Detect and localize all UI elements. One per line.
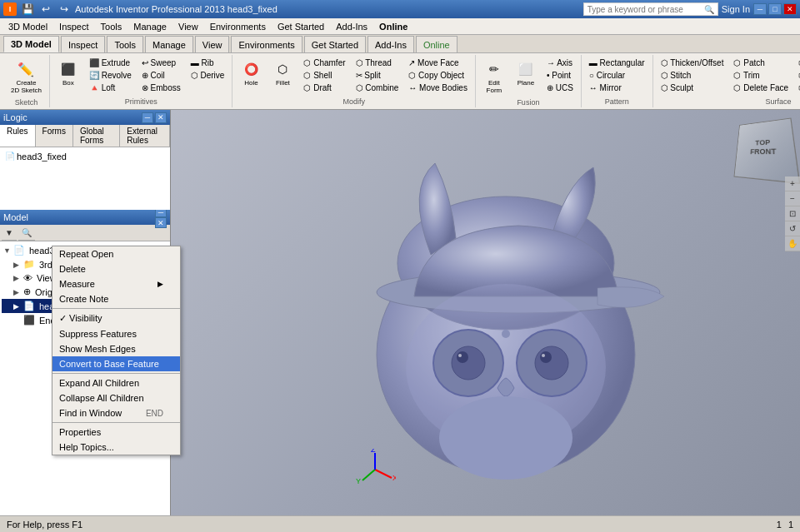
draft-btn[interactable]: ⬡ Draft (299, 82, 349, 94)
ctx-convert-base-feature[interactable]: Convert to Base Feature (52, 356, 180, 371)
qa-save[interactable]: 💾 (20, 2, 35, 17)
box-btn[interactable]: ⬛ Box (53, 57, 83, 89)
ilogic-tab-globalforms[interactable]: Global Forms (73, 125, 120, 147)
sketch-buttons: ✏️ Create2D Sketch (7, 57, 46, 97)
trim-btn[interactable]: ⬡ Trim (729, 69, 792, 82)
hole-btn[interactable]: ⭕ Hole (236, 57, 266, 89)
ctx-show-mesh-edges[interactable]: Show Mesh Edges (52, 341, 180, 356)
model-title: Model (3, 212, 28, 222)
maximize-btn[interactable]: □ (768, 3, 782, 15)
nav-cube-face[interactable]: TOP FRONT (733, 118, 800, 184)
sculpt-btn[interactable]: ⬡ Sculpt (657, 82, 728, 94)
ilogic-tab-rules[interactable]: Rules (0, 125, 36, 147)
movebodies-btn[interactable]: ↔ Move Bodies (404, 82, 472, 94)
ctx-delete[interactable]: Delete (52, 261, 180, 276)
combine-btn[interactable]: ⬡ Combine (352, 82, 403, 94)
coil-btn[interactable]: ⊕ Coil (138, 69, 185, 82)
menu-getstarted[interactable]: Get Started (272, 20, 329, 33)
model-close[interactable]: ✕ (155, 217, 167, 228)
snapfit-btn[interactable]: ⬡ Snap Fit (794, 69, 800, 82)
patch-btn[interactable]: ⬡ Patch (729, 57, 792, 69)
menu-environments[interactable]: Environments (205, 20, 271, 33)
extrude-btn[interactable]: ⬛ Extrude (85, 57, 136, 69)
minimize-btn[interactable]: ─ (753, 3, 767, 15)
qa-redo[interactable]: ↪ (57, 2, 72, 17)
rib-btn[interactable]: ▬ Rib (187, 57, 229, 69)
tab-view[interactable]: View (195, 36, 230, 52)
ilogic-tab-externalrules[interactable]: External Rules (120, 125, 170, 147)
tab-online[interactable]: Online (416, 36, 458, 52)
revolve-btn[interactable]: 🔄 Revolve (85, 69, 136, 82)
tab-manage[interactable]: Manage (145, 36, 193, 52)
ctx-help-topics[interactable]: Help Topics... (52, 440, 180, 455)
close-btn[interactable]: ✕ (783, 3, 797, 15)
model-filter-btn[interactable]: ▼ (2, 226, 17, 241)
model-search-btn[interactable]: 🔍 (18, 226, 35, 241)
menu-inspect[interactable]: Inspect (54, 20, 93, 33)
grill-btn[interactable]: ⬡ Grill (794, 57, 800, 69)
ctx-create-note[interactable]: Create Note (52, 291, 180, 306)
moveface-btn[interactable]: ↗ Move Face (404, 57, 472, 69)
ilogic-tab-forms[interactable]: Forms (36, 125, 73, 147)
nav-cube[interactable]: TOP FRONT (733, 118, 792, 177)
pan-btn[interactable]: ✋ (785, 236, 800, 251)
mirror-btn[interactable]: ↔ Mirror (585, 82, 649, 94)
zoom-out-btn[interactable]: − (785, 191, 800, 206)
ilogic-minimize[interactable]: ─ (142, 112, 153, 123)
ctx-collapse-all[interactable]: Collapse All Children (52, 390, 180, 405)
copyobj-btn[interactable]: ⬡ Copy Object (404, 69, 472, 82)
menu-3dmodel[interactable]: 3D Model (3, 20, 52, 33)
zoom-in-btn[interactable]: + (785, 177, 800, 191)
chamfer-btn[interactable]: ⬡ Chamfer (299, 57, 349, 69)
thicken-btn[interactable]: ⬡ Thicken/Offset (657, 57, 728, 69)
rectangular-btn[interactable]: ▬ Rectangular (585, 57, 649, 69)
ctx-find-in-window[interactable]: Find in Window END (52, 405, 180, 420)
derive-btn[interactable]: ⬡ Derive (187, 69, 229, 82)
ctx-suppress-features[interactable]: Suppress Features (52, 326, 180, 341)
qa-undo[interactable]: ↩ (38, 2, 53, 17)
tab-inspect[interactable]: Inspect (61, 36, 105, 52)
edit-form-btn[interactable]: ✏ EditForm (479, 57, 509, 97)
tab-environments[interactable]: Environments (231, 36, 302, 52)
menu-online[interactable]: Online (374, 20, 412, 33)
ucs-btn[interactable]: ⊕ UCS (542, 82, 578, 94)
ilogic-tree-item-head3fixed[interactable]: 📄 head3_fixed (3, 151, 167, 162)
emboss-btn[interactable]: ⊗ Emboss (138, 82, 185, 94)
loft-btn[interactable]: 🔺 Loft (85, 82, 136, 94)
ctx-properties[interactable]: Properties (52, 425, 180, 440)
thread-btn[interactable]: ⬡ Thread (352, 57, 403, 69)
ilogic-close[interactable]: ✕ (155, 112, 167, 123)
tab-addins[interactable]: Add-Ins (368, 36, 414, 52)
stitch-btn[interactable]: ⬡ Stitch (657, 69, 728, 82)
axis-btn[interactable]: → Axis (542, 57, 578, 69)
ctx-visibility[interactable]: ✓Visibility (52, 311, 180, 326)
fillet-btn[interactable]: ⬡ Fillet (268, 57, 298, 89)
rotate-btn[interactable]: ↺ (785, 221, 800, 236)
ctx-repeat-open[interactable]: Repeat Open (52, 246, 180, 261)
menu-view[interactable]: View (173, 20, 203, 33)
plane-btn[interactable]: ⬜ Plane (511, 57, 541, 89)
create-2d-sketch-btn[interactable]: ✏️ Create2D Sketch (7, 57, 46, 97)
rib-col: ▬ Rib ⬡ Derive (187, 57, 229, 82)
tab-tools[interactable]: Tools (107, 36, 143, 52)
sweep-btn[interactable]: ↩ Sweep (138, 57, 185, 69)
deleteface-btn[interactable]: ⬡ Delete Face (729, 82, 792, 94)
tab-getstarted[interactable]: Get Started (304, 36, 366, 52)
circular-btn[interactable]: ○ Circular (585, 69, 649, 82)
ctx-expand-all[interactable]: Expand All Children (52, 375, 180, 390)
search-input[interactable] (588, 5, 704, 14)
zoom-fit-btn[interactable]: ⊡ (785, 206, 800, 221)
ctx-measure[interactable]: Measure ▶ (52, 276, 180, 291)
point-btn[interactable]: • Point (542, 69, 578, 82)
menu-manage[interactable]: Manage (128, 20, 172, 33)
menu-tools[interactable]: Tools (96, 20, 128, 33)
ribbon-group-modify: ⭕ Hole ⬡ Fillet ⬡ Chamfer ⬡ Shell ⬡ Draf… (232, 55, 476, 107)
sign-in-link[interactable]: Sign In (722, 4, 750, 14)
viewport[interactable]: TOP FRONT + − ⊡ ↺ ✋ X Y Z (171, 110, 800, 515)
boss-btn[interactable]: ⬡ Boss (794, 82, 800, 94)
split-btn[interactable]: ✂ Split (352, 69, 403, 82)
menu-addins[interactable]: Add-Ins (331, 20, 372, 33)
tab-3dmodel[interactable]: 3D Model (3, 36, 59, 52)
shell-btn[interactable]: ⬡ Shell (299, 69, 349, 82)
model-minimize[interactable]: ─ (155, 210, 167, 217)
